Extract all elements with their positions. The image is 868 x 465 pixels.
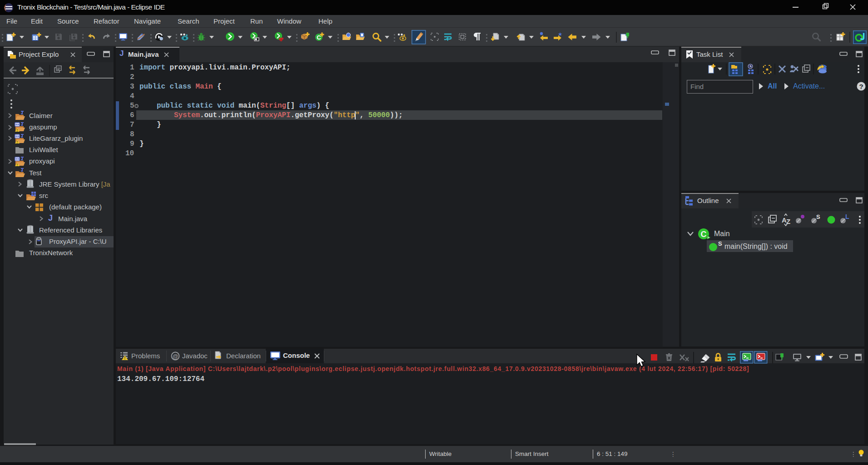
svg-text:@: @: [173, 353, 179, 360]
svg-text:C: C: [701, 230, 707, 239]
svg-text:?: ?: [859, 83, 863, 90]
svg-text:S: S: [718, 241, 722, 247]
svg-text:S: S: [816, 213, 820, 220]
svg-text:L: L: [845, 213, 849, 220]
